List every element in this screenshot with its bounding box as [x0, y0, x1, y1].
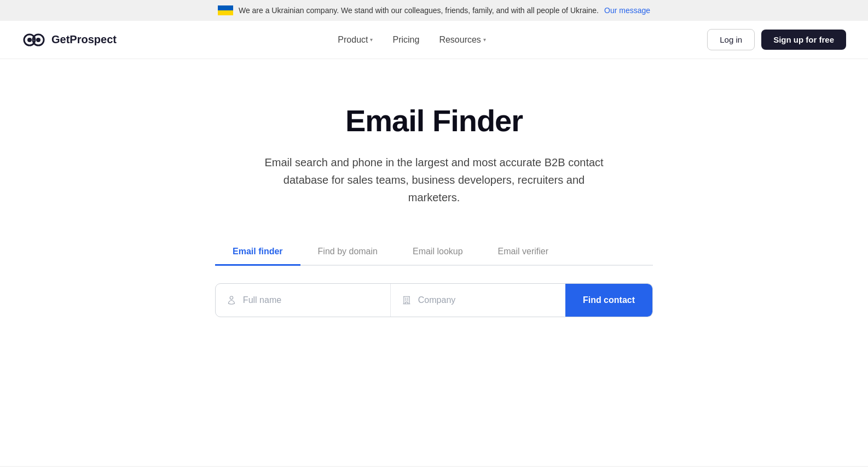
chevron-down-icon: ▾: [370, 37, 373, 43]
tab-email-lookup[interactable]: Email lookup: [395, 239, 481, 266]
top-banner: We are a Ukrainian company. We stand wit…: [0, 0, 868, 21]
company-icon: [402, 295, 412, 306]
full-name-input[interactable]: [243, 295, 379, 305]
main-content: Email Finder Email search and phone in t…: [0, 59, 868, 466]
header: GetProspect Product ▾ Pricing Resources …: [0, 21, 868, 59]
search-bar: Find contact: [215, 283, 653, 317]
nav-item-resources[interactable]: Resources ▾: [439, 35, 485, 45]
logo[interactable]: GetProspect: [22, 32, 117, 48]
header-actions: Log in Sign up for free: [707, 29, 846, 50]
login-button[interactable]: Log in: [707, 29, 755, 50]
find-contact-button[interactable]: Find contact: [565, 284, 652, 317]
person-icon: [227, 295, 236, 306]
banner-text: We are a Ukrainian company. We stand wit…: [239, 6, 599, 15]
tab-find-by-domain[interactable]: Find by domain: [300, 239, 395, 266]
nav-item-product[interactable]: Product ▾: [338, 35, 373, 45]
chevron-down-icon: ▾: [483, 37, 486, 43]
tab-email-finder[interactable]: Email finder: [215, 239, 300, 266]
signup-button[interactable]: Sign up for free: [761, 30, 846, 50]
nav-item-pricing[interactable]: Pricing: [392, 35, 419, 45]
full-name-field: [216, 284, 391, 317]
company-input[interactable]: [418, 295, 554, 305]
banner-link[interactable]: Our message: [604, 6, 650, 15]
tool-tabs: Email finder Find by domain Email lookup…: [215, 239, 653, 266]
company-field: [391, 284, 565, 317]
logo-text: GetProspect: [51, 33, 117, 46]
svg-point-3: [36, 38, 40, 42]
svg-point-2: [27, 38, 32, 42]
logo-icon: [22, 32, 46, 48]
hero-subtitle: Email search and phone in the largest an…: [259, 154, 609, 206]
main-nav: Product ▾ Pricing Resources ▾: [338, 35, 486, 45]
ukraine-flag-icon: [218, 5, 233, 15]
hero-title: Email Finder: [345, 103, 523, 138]
tab-email-verifier[interactable]: Email verifier: [481, 239, 566, 266]
